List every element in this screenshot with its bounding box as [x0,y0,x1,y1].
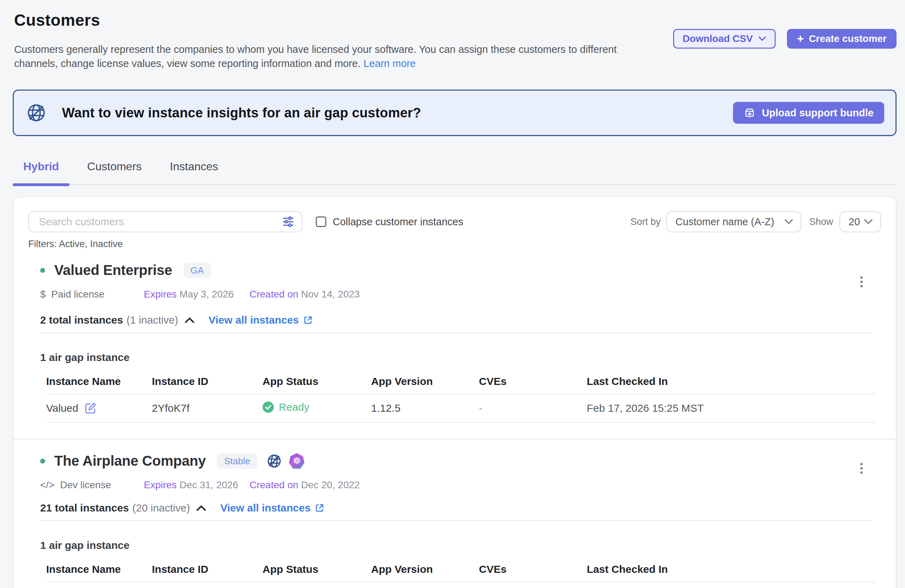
customer-header: Valued Enterprise GA [28,262,881,278]
page-header: Customers Download CSV + Create customer… [0,0,905,70]
channel-badge: GA [184,263,211,278]
banner-title: Want to view instance insights for an ai… [62,105,421,121]
dollar-icon: $ [40,289,46,300]
search-input[interactable] [28,211,302,232]
show-select-value: 20 [849,216,860,228]
download-csv-button[interactable]: Download CSV [673,29,776,49]
chevron-down-icon [784,219,793,224]
total-instances: 21 total instances [40,502,129,514]
license-row: $Paid license Expires May 3, 2026 Create… [28,289,881,300]
active-status-dot [40,268,45,273]
tab-hybrid[interactable]: Hybrid [13,160,70,184]
header-actions: Download CSV + Create customer [673,29,897,49]
instance-id: 2YfoK7f [152,402,262,414]
list-controls: Collapse customer instances Sort by Cust… [28,211,881,232]
code-icon: </> [40,480,54,491]
air-gap-banner: Want to view instance insights for an ai… [13,89,897,136]
chevron-down-icon [758,36,766,41]
plus-icon: + [797,32,804,44]
customer-header: The Airplane Company Stable ☸ [28,453,881,469]
filter-sliders-icon[interactable] [282,215,295,231]
created-field: Created on Nov 14, 2023 [249,289,360,300]
sort-by-label: Sort by [630,216,661,227]
instances-summary: 21 total instances (20 inactive) View al… [28,502,881,514]
sort-select[interactable]: Customer name (A-Z) [666,211,802,232]
view-all-instances-link[interactable]: View all instances [209,314,313,326]
air-gap-globe-icon [26,103,46,123]
customer-section-the-airplane-company: The Airplane Company Stable ☸ [28,453,881,582]
license-type: Paid license [51,289,105,300]
search-wrapper [28,211,302,232]
external-link-icon [303,315,313,325]
customer-name[interactable]: Valued Enterprise [54,262,172,278]
created-field: Created on Dec 20, 2022 [249,480,360,491]
expires-field: Expires May 3, 2026 [144,289,249,300]
ready-check-icon [262,402,274,413]
show-select[interactable]: 20 [840,211,881,232]
external-link-icon [315,503,325,513]
license-type: Dev license [60,480,111,491]
inactive-note: (20 inactive) [132,502,190,514]
customer-menu-button[interactable] [859,275,864,289]
customer-name[interactable]: The Airplane Company [54,453,206,469]
customer-section-valued-enterprise: Valued Enterprise GA $Paid license Expir… [28,262,881,423]
instances-table: Instance Name Instance ID App Status App… [46,375,875,423]
air-gap-instances-label: 1 air gap instance [28,539,881,551]
section-divider [13,439,896,440]
chevron-down-icon [864,219,873,224]
learn-more-link[interactable]: Learn more [364,58,416,69]
customers-card: Collapse customer instances Sort by Cust… [13,196,897,588]
collapse-chevron-up-icon[interactable] [185,317,195,323]
customers-page: Customers Download CSV + Create customer… [0,0,905,588]
upload-support-bundle-button[interactable]: Upload support bundle [733,102,884,124]
edit-icon[interactable] [84,402,97,414]
collapse-instances-checkbox[interactable] [316,216,326,227]
inactive-note: (1 inactive) [127,314,178,326]
upload-support-bundle-label: Upload support bundle [762,107,874,119]
total-instances: 2 total instances [40,314,123,326]
tab-instances[interactable]: Instances [159,160,229,184]
last-checked-in: Feb 17, 2026 15:25 MST [587,402,704,414]
create-customer-button[interactable]: + Create customer [787,29,897,49]
app-status: Ready [262,401,310,413]
channel-badge: Stable [217,453,257,469]
active-status-dot [40,459,45,464]
create-customer-label: Create customer [809,33,887,44]
app-version: 1.12.5 [371,402,479,414]
view-all-instances-link[interactable]: View all instances [220,502,325,514]
license-row: </>Dev license Expires Dec 31, 2026 Crea… [28,480,881,491]
kubernetes-icon: ☸ [289,453,305,469]
active-filters: Filters: Active, Inactive [28,238,881,250]
sort-select-value: Customer name (A-Z) [675,216,774,228]
air-gap-globe-icon [267,453,282,469]
page-title: Customers [14,11,897,30]
instance-name: Valued [46,402,78,414]
show-label: Show [809,216,833,227]
tab-bar: Hybrid Customers Instances [13,136,897,185]
upload-icon [744,107,756,119]
tab-customers[interactable]: Customers [76,160,152,184]
air-gap-instances-label: 1 air gap instance [28,351,881,364]
page-description: Customers generally represent the compan… [14,42,637,70]
customer-menu-button[interactable] [859,461,864,475]
table-header-row: Instance Name Instance ID App Status App… [46,563,875,575]
download-csv-label: Download CSV [683,33,753,44]
collapse-instances-label: Collapse customer instances [333,216,464,228]
instances-table: Instance Name Instance ID App Status App… [46,563,875,582]
instance-row: Valued 2YfoK7f [46,394,875,422]
instances-summary: 2 total instances (1 inactive) View all … [28,314,881,326]
table-header-row: Instance Name Instance ID App Status App… [46,375,875,388]
collapse-chevron-up-icon[interactable] [196,505,206,511]
cves-value: - [479,402,587,414]
expires-field: Expires Dec 31, 2026 [144,480,249,491]
